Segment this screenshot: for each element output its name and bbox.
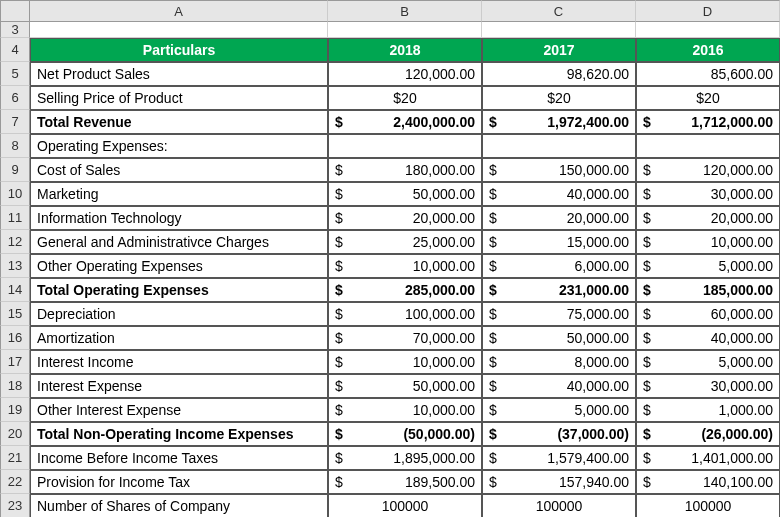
row-label[interactable]: Marketing — [30, 182, 328, 206]
cell-value[interactable]: $1,972,400.00 — [482, 110, 636, 134]
cell-value[interactable]: $120,000.00 — [636, 158, 780, 182]
cell-value[interactable]: $50,000.00 — [328, 182, 482, 206]
cell-value[interactable]: $70,000.00 — [328, 326, 482, 350]
row-header-23[interactable]: 23 — [0, 494, 30, 517]
row-header-22[interactable]: 22 — [0, 470, 30, 494]
row-header-12[interactable]: 12 — [0, 230, 30, 254]
row-label[interactable]: Other Interest Expense — [30, 398, 328, 422]
cell-value[interactable]: $1,895,000.00 — [328, 446, 482, 470]
row-header-7[interactable]: 7 — [0, 110, 30, 134]
row-header-10[interactable]: 10 — [0, 182, 30, 206]
row-label[interactable]: Total Revenue — [30, 110, 328, 134]
row-label[interactable]: Operating Expenses: — [30, 134, 328, 158]
cell-value[interactable]: $2,400,000.00 — [328, 110, 482, 134]
cell-value[interactable]: $10,000.00 — [328, 398, 482, 422]
cell-value[interactable]: $30,000.00 — [636, 374, 780, 398]
cell-value[interactable]: $231,000.00 — [482, 278, 636, 302]
cell-value[interactable]: $50,000.00 — [328, 374, 482, 398]
row-header-3[interactable]: 3 — [0, 22, 30, 38]
cell-value[interactable]: $50,000.00 — [482, 326, 636, 350]
cell-value[interactable]: $20 — [328, 86, 482, 110]
row-header-19[interactable]: 19 — [0, 398, 30, 422]
cell-value[interactable]: $20,000.00 — [328, 206, 482, 230]
cell-value[interactable]: $20 — [636, 86, 780, 110]
row-header-18[interactable]: 18 — [0, 374, 30, 398]
row-label[interactable]: Depreciation — [30, 302, 328, 326]
row-label[interactable]: Cost of Sales — [30, 158, 328, 182]
cell-value[interactable]: $75,000.00 — [482, 302, 636, 326]
cell-value[interactable]: 85,600.00 — [636, 62, 780, 86]
cell-value[interactable]: $(37,000.00) — [482, 422, 636, 446]
row-label[interactable]: Total Non-Operating Income Expenses — [30, 422, 328, 446]
cell-value[interactable]: 100000 — [636, 494, 780, 517]
cell-blank[interactable] — [636, 22, 780, 38]
cell-value[interactable]: $10,000.00 — [328, 350, 482, 374]
row-label[interactable]: Net Product Sales — [30, 62, 328, 86]
cell-value[interactable]: $25,000.00 — [328, 230, 482, 254]
cell-value[interactable]: $5,000.00 — [636, 350, 780, 374]
row-header-13[interactable]: 13 — [0, 254, 30, 278]
cell-value[interactable]: $15,000.00 — [482, 230, 636, 254]
header-particulars[interactable]: Particulars — [30, 38, 328, 62]
cell-value[interactable]: $1,401,000.00 — [636, 446, 780, 470]
row-label[interactable]: Other Operating Expenses — [30, 254, 328, 278]
cell-value[interactable]: $5,000.00 — [636, 254, 780, 278]
row-header-9[interactable]: 9 — [0, 158, 30, 182]
row-header-16[interactable]: 16 — [0, 326, 30, 350]
row-header-4[interactable]: 4 — [0, 38, 30, 62]
spreadsheet[interactable]: ABCD34Particulars2018201720165Net Produc… — [0, 0, 781, 517]
row-header-20[interactable]: 20 — [0, 422, 30, 446]
header-2017[interactable]: 2017 — [482, 38, 636, 62]
row-label[interactable]: Total Operating Expenses — [30, 278, 328, 302]
header-2016[interactable]: 2016 — [636, 38, 780, 62]
cell-value[interactable]: 100000 — [482, 494, 636, 517]
cell-value[interactable]: $40,000.00 — [482, 374, 636, 398]
cell-value[interactable]: $140,100.00 — [636, 470, 780, 494]
row-header-5[interactable]: 5 — [0, 62, 30, 86]
cell-value[interactable]: $150,000.00 — [482, 158, 636, 182]
row-label[interactable]: Information Technology — [30, 206, 328, 230]
cell-value[interactable] — [636, 134, 780, 158]
cell-value[interactable]: $20,000.00 — [482, 206, 636, 230]
cell-blank[interactable] — [30, 22, 328, 38]
cell-value[interactable]: $1,712,000.00 — [636, 110, 780, 134]
cell-value[interactable]: $100,000.00 — [328, 302, 482, 326]
cell-value[interactable]: 100000 — [328, 494, 482, 517]
row-label[interactable]: Provision for Income Tax — [30, 470, 328, 494]
row-header-8[interactable]: 8 — [0, 134, 30, 158]
row-label[interactable]: General and Administrativce Charges — [30, 230, 328, 254]
cell-value[interactable] — [482, 134, 636, 158]
row-label[interactable]: Income Before Income Taxes — [30, 446, 328, 470]
row-header-6[interactable]: 6 — [0, 86, 30, 110]
cell-blank[interactable] — [482, 22, 636, 38]
row-label[interactable]: Number of Shares of Company — [30, 494, 328, 517]
cell-value[interactable]: $1,000.00 — [636, 398, 780, 422]
col-header-b[interactable]: B — [328, 0, 482, 22]
cell-value[interactable]: $5,000.00 — [482, 398, 636, 422]
cell-value[interactable]: $185,000.00 — [636, 278, 780, 302]
col-header-d[interactable]: D — [636, 0, 780, 22]
cell-value[interactable]: $189,500.00 — [328, 470, 482, 494]
row-label[interactable]: Amortization — [30, 326, 328, 350]
cell-value[interactable]: $60,000.00 — [636, 302, 780, 326]
row-header-21[interactable]: 21 — [0, 446, 30, 470]
cell-value[interactable]: 98,620.00 — [482, 62, 636, 86]
cell-value[interactable]: $8,000.00 — [482, 350, 636, 374]
row-header-11[interactable]: 11 — [0, 206, 30, 230]
row-header-14[interactable]: 14 — [0, 278, 30, 302]
cell-value[interactable]: $180,000.00 — [328, 158, 482, 182]
col-header-c[interactable]: C — [482, 0, 636, 22]
cell-value[interactable]: 120,000.00 — [328, 62, 482, 86]
col-header-a[interactable]: A — [30, 0, 328, 22]
row-label[interactable]: Interest Income — [30, 350, 328, 374]
cell-value[interactable]: $(26,000.00) — [636, 422, 780, 446]
row-header-15[interactable]: 15 — [0, 302, 30, 326]
cell-value[interactable] — [328, 134, 482, 158]
cell-value[interactable]: $157,940.00 — [482, 470, 636, 494]
cell-value[interactable]: $40,000.00 — [482, 182, 636, 206]
row-label[interactable]: Selling Price of Product — [30, 86, 328, 110]
cell-value[interactable]: $40,000.00 — [636, 326, 780, 350]
row-header-17[interactable]: 17 — [0, 350, 30, 374]
cell-value[interactable]: $285,000.00 — [328, 278, 482, 302]
cell-value[interactable]: $(50,000.00) — [328, 422, 482, 446]
